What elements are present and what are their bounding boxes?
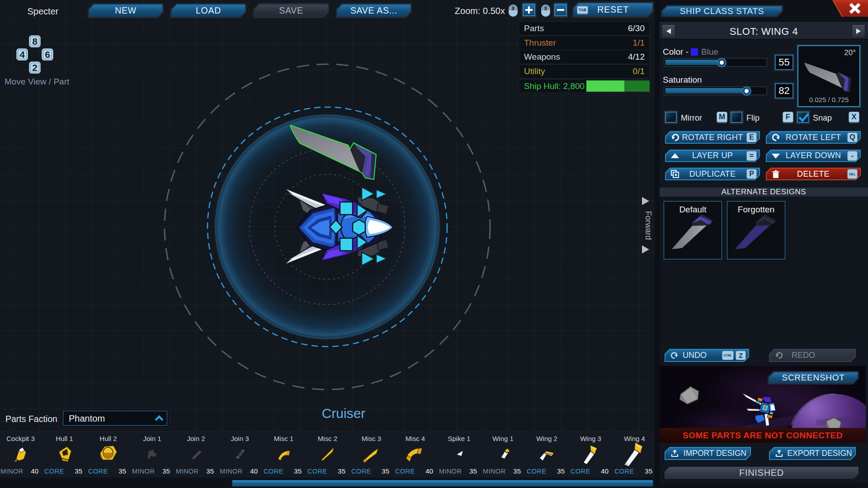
svg-text:Forward: Forward bbox=[644, 211, 653, 240]
